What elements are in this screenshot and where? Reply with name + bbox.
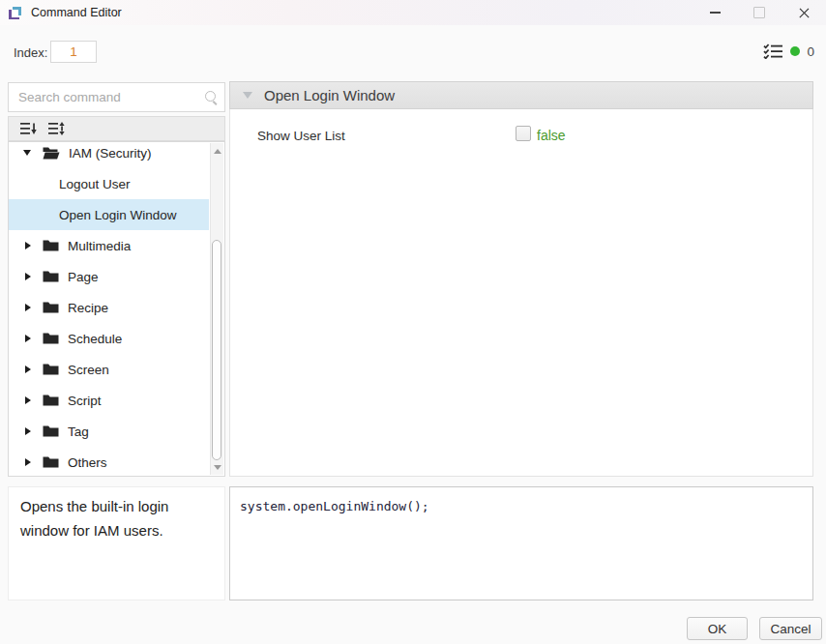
minimize-button[interactable] [693, 0, 737, 25]
expand-all-icon [48, 122, 66, 135]
search-box [8, 82, 225, 112]
window-title: Command Editor [31, 6, 122, 19]
scroll-thumb[interactable] [212, 240, 221, 460]
code-editor[interactable]: system.openLoginWindow(); [229, 486, 813, 600]
tree-item-label: Page [68, 270, 99, 284]
index-input[interactable] [50, 41, 97, 63]
expander-icon[interactable] [25, 273, 31, 280]
tree-items: IAM (Security) Logout User Open Login Wi… [9, 141, 209, 477]
search-input[interactable] [9, 83, 224, 111]
command-tree: IAM (Security) Logout User Open Login Wi… [8, 141, 225, 477]
tree-item-open-login-window[interactable]: Open Login Window [9, 199, 209, 230]
tree-item-label: Logout User [59, 177, 131, 191]
folder-icon [43, 424, 59, 438]
tree-item-label: Others [68, 455, 107, 470]
tree-item-label: Schedule [68, 332, 122, 346]
tree-item-label: Script [68, 394, 102, 408]
folder-icon [43, 239, 59, 252]
tree-item-tag[interactable]: Tag [9, 416, 209, 447]
close-button[interactable] [782, 0, 826, 25]
search-icon [205, 91, 216, 102]
error-count: 0 [807, 44, 814, 59]
cancel-button[interactable]: Cancel [759, 617, 822, 640]
folder-icon [43, 270, 59, 283]
expander-icon[interactable] [25, 304, 31, 311]
tree-item-script[interactable]: Script [9, 385, 209, 416]
error-list-icon[interactable] [763, 44, 783, 59]
window-controls [693, 0, 826, 25]
app-icon [8, 6, 22, 20]
ok-button[interactable]: OK [687, 617, 748, 640]
chevron-down-icon [214, 465, 221, 470]
expander-icon[interactable] [23, 150, 31, 156]
tree-toolbar [8, 116, 225, 141]
folder-icon [43, 394, 59, 407]
minimize-icon [710, 12, 721, 13]
folder-icon [43, 146, 60, 160]
tree-item-screen[interactable]: Screen [9, 354, 209, 385]
expander-icon[interactable] [25, 242, 31, 249]
collapse-all-icon [20, 122, 38, 135]
tree-item-multimedia[interactable]: Multimedia [9, 230, 209, 261]
show-user-list-value: false [537, 128, 566, 143]
folder-icon [43, 363, 59, 376]
expander-icon[interactable] [25, 335, 31, 342]
tree-item-label: Screen [68, 363, 109, 377]
folder-icon [43, 301, 59, 314]
tree-scrollbar[interactable] [210, 143, 223, 475]
tree-item-label: Open Login Window [59, 208, 177, 222]
expand-all-button[interactable] [47, 121, 67, 136]
tree-item-others[interactable]: Others [9, 447, 209, 477]
show-user-list-checkbox[interactable] [516, 126, 531, 141]
tree-item-recipe[interactable]: Recipe [9, 292, 209, 323]
tree-item-iam-security[interactable]: IAM (Security) [9, 141, 209, 168]
command-description: Opens the built-in login window for IAM … [8, 486, 225, 600]
tree-item-label: Multimedia [68, 239, 131, 253]
tree-item-label: Recipe [68, 301, 108, 315]
show-user-list-label: Show User List [257, 129, 345, 143]
tree-item-logout-user[interactable]: Logout User [9, 168, 209, 199]
expander-icon[interactable] [25, 366, 31, 373]
status-area: 0 [763, 44, 814, 59]
index-label: Index: [14, 45, 47, 60]
expander-icon[interactable] [25, 458, 31, 466]
property-panel: Show User List false [229, 109, 813, 477]
maximize-icon [753, 7, 765, 18]
tree-item-label: IAM (Security) [69, 146, 152, 161]
tree-item-page[interactable]: Page [9, 261, 209, 292]
tree-item-label: Tag [68, 424, 89, 439]
section-collapse-icon[interactable] [243, 92, 252, 99]
expander-icon[interactable] [25, 396, 31, 404]
tree-item-schedule[interactable]: Schedule [9, 323, 209, 354]
chevron-up-icon [214, 149, 221, 154]
scroll-down-button[interactable] [211, 460, 223, 474]
maximize-button[interactable] [737, 0, 782, 25]
scroll-up-button[interactable] [211, 144, 223, 158]
expander-icon[interactable] [25, 427, 31, 435]
titlebar: Command Editor [0, 0, 826, 25]
folder-icon [43, 455, 59, 469]
collapse-all-button[interactable] [19, 121, 39, 136]
status-dot-icon [790, 46, 800, 56]
detail-header: Open Login Window [229, 81, 813, 109]
folder-icon [43, 332, 59, 345]
detail-title: Open Login Window [264, 87, 395, 103]
close-icon [798, 7, 811, 19]
